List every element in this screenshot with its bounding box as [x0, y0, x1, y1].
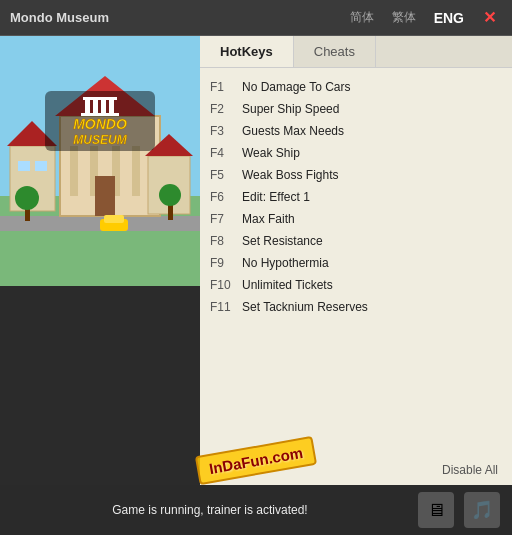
music-icon[interactable]: 🎵	[464, 492, 500, 528]
cheat-label-f4: Weak Ship	[242, 144, 300, 162]
tabs-bar: HotKeys Cheats	[200, 36, 512, 68]
cheat-item-f8: F8 Set Resistance	[210, 230, 502, 252]
cheat-key-f1: F1	[210, 78, 242, 96]
tab-cheats[interactable]: Cheats	[294, 36, 376, 67]
svg-rect-9	[95, 176, 115, 216]
cheat-key-f5: F5	[210, 166, 242, 184]
cheat-key-f7: F7	[210, 210, 242, 228]
svg-rect-13	[35, 161, 47, 171]
svg-rect-24	[93, 99, 98, 113]
lang-traditional[interactable]: 繁体	[387, 7, 421, 28]
cheat-label-f6: Edit: Effect 1	[242, 188, 310, 206]
svg-rect-26	[109, 99, 114, 113]
lang-english[interactable]: ENG	[429, 8, 469, 28]
cheat-item-f6: F6 Edit: Effect 1	[210, 186, 502, 208]
cheat-label-f1: No Damage To Cars	[242, 78, 351, 96]
cheat-item-f9: F9 No Hypothermia	[210, 252, 502, 274]
svg-rect-25	[101, 99, 106, 113]
cheat-label-f10: Unlimited Tickets	[242, 276, 333, 294]
cheat-item-f3: F3 Guests Max Needs	[210, 120, 502, 142]
svg-point-17	[15, 186, 39, 210]
lang-simplified[interactable]: 简体	[345, 7, 379, 28]
cheat-label-f11: Set Tacknium Reserves	[242, 298, 368, 316]
cheat-item-f11: F11 Set Tacknium Reserves	[210, 296, 502, 318]
svg-point-19	[159, 184, 181, 206]
app-title: Mondo Museum	[10, 10, 345, 25]
cheat-item-f2: F2 Super Ship Speed	[210, 98, 502, 120]
svg-rect-8	[132, 146, 140, 196]
right-panel: HotKeys Cheats F1 No Damage To Cars F2 S…	[200, 36, 512, 485]
cheat-key-f2: F2	[210, 100, 242, 118]
cheat-item-f4: F4 Weak Ship	[210, 142, 502, 164]
cheat-item-f5: F5 Weak Boss Fights	[210, 164, 502, 186]
svg-rect-5	[70, 146, 78, 196]
cheat-label-f7: Max Faith	[242, 210, 295, 228]
cheat-key-f4: F4	[210, 144, 242, 162]
cheat-key-f11: F11	[210, 298, 242, 316]
status-bar: Game is running, trainer is activated! 🖥…	[0, 485, 512, 535]
status-message: Game is running, trainer is activated!	[12, 503, 408, 517]
cheat-key-f8: F8	[210, 232, 242, 250]
cheat-key-f10: F10	[210, 276, 242, 294]
cheat-label-f9: No Hypothermia	[242, 254, 329, 272]
svg-rect-23	[85, 99, 90, 113]
svg-rect-27	[83, 97, 117, 100]
monitor-icon[interactable]: 🖥	[418, 492, 454, 528]
title-bar: Mondo Museum 简体 繁体 ENG ✕	[0, 0, 512, 36]
cheats-list: F1 No Damage To Cars F2 Super Ship Speed…	[200, 68, 512, 456]
cheat-label-f5: Weak Boss Fights	[242, 166, 338, 184]
cheat-key-f6: F6	[210, 188, 242, 206]
close-button[interactable]: ✕	[477, 6, 502, 29]
language-selector: 简体 繁体 ENG ✕	[345, 6, 502, 29]
svg-text:MONDO: MONDO	[73, 116, 127, 132]
cheat-key-f3: F3	[210, 122, 242, 140]
cheat-key-f9: F9	[210, 254, 242, 272]
cheat-item-f7: F7 Max Faith	[210, 208, 502, 230]
tab-hotkeys[interactable]: HotKeys	[200, 36, 294, 67]
disable-all-button[interactable]: Disable All	[438, 461, 502, 479]
main-area: MONDO MUSEUM HotKeys Cheats F1 No Damage…	[0, 36, 512, 485]
cheat-label-f3: Guests Max Needs	[242, 122, 344, 140]
cheat-label-f2: Super Ship Speed	[242, 100, 339, 118]
cheat-item-f10: F10 Unlimited Tickets	[210, 274, 502, 296]
svg-rect-12	[18, 161, 30, 171]
game-image: MONDO MUSEUM	[0, 36, 200, 286]
cheat-label-f8: Set Resistance	[242, 232, 323, 250]
cheat-item-f1: F1 No Damage To Cars	[210, 76, 502, 98]
svg-text:MUSEUM: MUSEUM	[73, 133, 127, 147]
svg-rect-21	[104, 215, 124, 223]
